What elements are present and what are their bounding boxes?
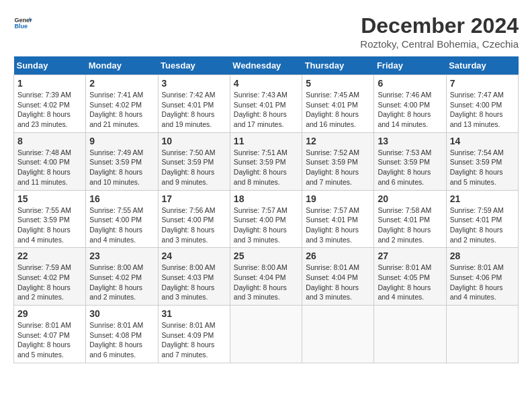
day-detail: Sunrise: 7:59 AMSunset: 4:01 PMDaylight:… (450, 206, 504, 244)
day-number: 20 (378, 193, 442, 204)
calendar-cell: 4Sunrise: 7:43 AMSunset: 4:01 PMDaylight… (230, 75, 302, 133)
day-detail: Sunrise: 8:00 AMSunset: 4:02 PMDaylight:… (89, 263, 143, 301)
calendar-cell: 14Sunrise: 7:54 AMSunset: 3:59 PMDayligh… (446, 132, 518, 190)
calendar-cell: 10Sunrise: 7:50 AMSunset: 3:59 PMDayligh… (158, 132, 230, 190)
calendar-cell: 21Sunrise: 7:59 AMSunset: 4:01 PMDayligh… (446, 190, 518, 248)
day-number: 7 (450, 78, 515, 89)
day-detail: Sunrise: 7:49 AMSunset: 3:59 PMDaylight:… (89, 148, 143, 186)
day-detail: Sunrise: 8:01 AMSunset: 4:04 PMDaylight:… (306, 263, 359, 301)
calendar-cell: 31Sunrise: 8:01 AMSunset: 4:09 PMDayligh… (158, 306, 230, 363)
day-detail: Sunrise: 8:00 AMSunset: 4:04 PMDaylight:… (234, 263, 287, 301)
day-number: 13 (378, 136, 442, 146)
day-detail: Sunrise: 7:42 AMSunset: 4:01 PMDaylight:… (162, 91, 216, 128)
day-number: 28 (450, 250, 515, 261)
day-number: 21 (450, 193, 515, 204)
header-tuesday: Tuesday (158, 56, 230, 75)
calendar-cell: 1Sunrise: 7:39 AMSunset: 4:02 PMDaylight… (14, 75, 86, 133)
calendar-cell: 26Sunrise: 8:01 AMSunset: 4:04 PMDayligh… (302, 248, 374, 306)
day-number: 10 (162, 136, 226, 146)
location-subtitle: Roztoky, Central Bohemia, Czechia (360, 38, 519, 50)
header-wednesday: Wednesday (230, 56, 302, 75)
calendar-cell: 12Sunrise: 7:52 AMSunset: 3:59 PMDayligh… (302, 132, 374, 190)
day-number: 1 (17, 78, 82, 89)
calendar-cell: 20Sunrise: 7:58 AMSunset: 4:01 PMDayligh… (374, 190, 446, 248)
day-detail: Sunrise: 7:51 AMSunset: 3:59 PMDaylight:… (234, 148, 287, 186)
calendar-cell: 15Sunrise: 7:55 AMSunset: 3:59 PMDayligh… (14, 190, 86, 248)
day-number: 23 (89, 250, 154, 261)
calendar-cell: 5Sunrise: 7:45 AMSunset: 4:01 PMDaylight… (302, 75, 374, 133)
day-detail: Sunrise: 8:01 AMSunset: 4:07 PMDaylight:… (17, 321, 71, 359)
day-number: 25 (234, 250, 298, 261)
day-number: 9 (89, 136, 154, 146)
day-detail: Sunrise: 7:55 AMSunset: 4:00 PMDaylight:… (89, 206, 143, 244)
calendar-cell: 30Sunrise: 8:01 AMSunset: 4:08 PMDayligh… (86, 306, 158, 363)
logo-icon: General Blue (13, 13, 32, 32)
day-number: 19 (306, 193, 370, 204)
header-friday: Friday (374, 56, 446, 75)
day-number: 24 (162, 250, 226, 261)
calendar-cell: 17Sunrise: 7:56 AMSunset: 4:00 PMDayligh… (158, 190, 230, 248)
day-number: 8 (17, 136, 82, 146)
day-detail: Sunrise: 7:50 AMSunset: 3:59 PMDaylight:… (162, 148, 216, 186)
day-number: 12 (306, 136, 370, 146)
day-detail: Sunrise: 7:41 AMSunset: 4:02 PMDaylight:… (89, 91, 143, 128)
day-detail: Sunrise: 7:58 AMSunset: 4:01 PMDaylight:… (378, 206, 431, 244)
day-detail: Sunrise: 7:48 AMSunset: 4:00 PMDaylight:… (17, 148, 71, 186)
day-number: 15 (17, 193, 82, 204)
day-number: 31 (162, 308, 226, 319)
svg-text:Blue: Blue (14, 23, 28, 30)
day-detail: Sunrise: 8:00 AMSunset: 4:03 PMDaylight:… (162, 263, 216, 301)
day-detail: Sunrise: 7:46 AMSunset: 4:00 PMDaylight:… (378, 91, 431, 128)
header-monday: Monday (86, 56, 158, 75)
calendar-cell: 7Sunrise: 7:47 AMSunset: 4:00 PMDaylight… (446, 75, 518, 133)
day-detail: Sunrise: 7:45 AMSunset: 4:01 PMDaylight:… (306, 91, 359, 128)
day-detail: Sunrise: 7:57 AMSunset: 4:01 PMDaylight:… (306, 206, 359, 244)
calendar-cell: 11Sunrise: 7:51 AMSunset: 3:59 PMDayligh… (230, 132, 302, 190)
calendar-cell (446, 306, 518, 363)
day-detail: Sunrise: 7:39 AMSunset: 4:02 PMDaylight:… (17, 91, 71, 128)
day-number: 26 (306, 250, 370, 261)
calendar-week-row: 29Sunrise: 8:01 AMSunset: 4:07 PMDayligh… (14, 306, 519, 363)
header-thursday: Thursday (302, 56, 374, 75)
day-number: 16 (89, 193, 154, 204)
day-detail: Sunrise: 7:43 AMSunset: 4:01 PMDaylight:… (234, 91, 287, 128)
calendar-cell (230, 306, 302, 363)
calendar-cell (374, 306, 446, 363)
calendar-cell: 22Sunrise: 7:59 AMSunset: 4:02 PMDayligh… (14, 248, 86, 306)
calendar-cell: 13Sunrise: 7:53 AMSunset: 3:59 PMDayligh… (374, 132, 446, 190)
calendar-cell: 28Sunrise: 8:01 AMSunset: 4:06 PMDayligh… (446, 248, 518, 306)
calendar-week-row: 1Sunrise: 7:39 AMSunset: 4:02 PMDaylight… (14, 75, 519, 133)
day-detail: Sunrise: 7:55 AMSunset: 3:59 PMDaylight:… (17, 206, 71, 244)
calendar-table: Sunday Monday Tuesday Wednesday Thursday… (13, 56, 519, 363)
calendar-week-row: 15Sunrise: 7:55 AMSunset: 3:59 PMDayligh… (14, 190, 519, 248)
day-number: 22 (17, 250, 82, 261)
day-number: 3 (162, 78, 226, 89)
day-number: 5 (306, 78, 370, 89)
calendar-cell: 29Sunrise: 8:01 AMSunset: 4:07 PMDayligh… (14, 306, 86, 363)
day-number: 14 (450, 136, 515, 146)
day-detail: Sunrise: 7:59 AMSunset: 4:02 PMDaylight:… (17, 263, 71, 301)
calendar-week-row: 22Sunrise: 7:59 AMSunset: 4:02 PMDayligh… (14, 248, 519, 306)
calendar-cell: 18Sunrise: 7:57 AMSunset: 4:00 PMDayligh… (230, 190, 302, 248)
weekday-header-row: Sunday Monday Tuesday Wednesday Thursday… (14, 56, 519, 75)
title-area: December 2024 Roztoky, Central Bohemia, … (360, 13, 519, 50)
calendar-cell: 9Sunrise: 7:49 AMSunset: 3:59 PMDaylight… (86, 132, 158, 190)
calendar-cell: 25Sunrise: 8:00 AMSunset: 4:04 PMDayligh… (230, 248, 302, 306)
header-saturday: Saturday (446, 56, 518, 75)
day-number: 2 (89, 78, 154, 89)
day-detail: Sunrise: 7:52 AMSunset: 3:59 PMDaylight:… (306, 148, 359, 186)
day-number: 18 (234, 193, 298, 204)
calendar-cell (302, 306, 374, 363)
month-title: December 2024 (360, 13, 519, 38)
calendar-week-row: 8Sunrise: 7:48 AMSunset: 4:00 PMDaylight… (14, 132, 519, 190)
calendar-cell: 23Sunrise: 8:00 AMSunset: 4:02 PMDayligh… (86, 248, 158, 306)
day-detail: Sunrise: 7:57 AMSunset: 4:00 PMDaylight:… (234, 206, 287, 244)
day-number: 11 (234, 136, 298, 146)
day-number: 30 (89, 308, 154, 319)
day-number: 29 (17, 308, 82, 319)
day-detail: Sunrise: 8:01 AMSunset: 4:08 PMDaylight:… (89, 321, 143, 359)
header-sunday: Sunday (14, 56, 86, 75)
calendar-cell: 6Sunrise: 7:46 AMSunset: 4:00 PMDaylight… (374, 75, 446, 133)
calendar-cell: 24Sunrise: 8:00 AMSunset: 4:03 PMDayligh… (158, 248, 230, 306)
day-detail: Sunrise: 7:54 AMSunset: 3:59 PMDaylight:… (450, 148, 504, 186)
